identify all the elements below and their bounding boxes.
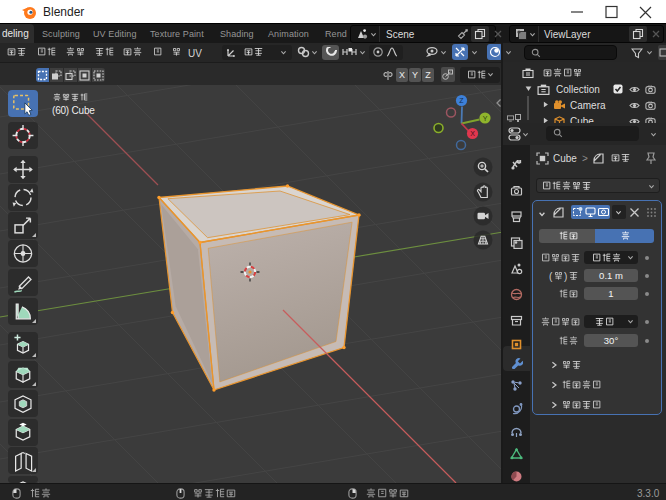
svg-text:Y: Y bbox=[483, 115, 488, 122]
svg-text:X: X bbox=[470, 130, 475, 137]
svg-text:Z: Z bbox=[459, 97, 464, 104]
